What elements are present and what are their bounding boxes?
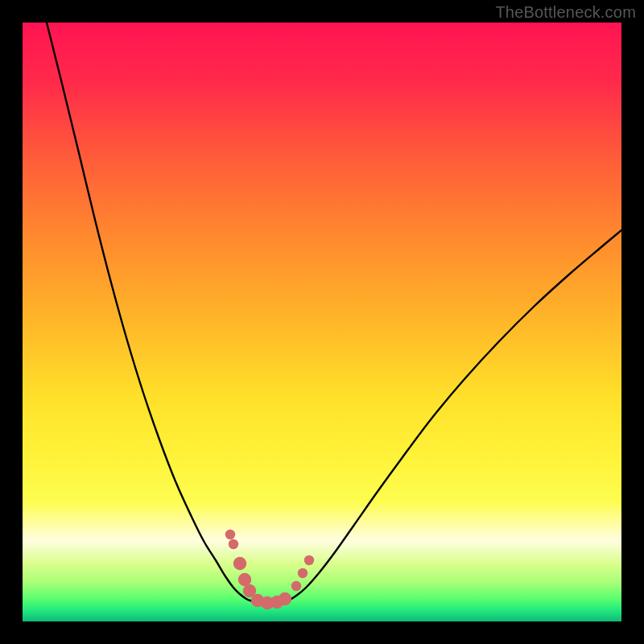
watermark-text: TheBottleneck.com — [495, 3, 636, 22]
curve-marker — [291, 581, 301, 591]
curve-marker — [225, 530, 235, 539]
plot-svg — [23, 23, 621, 621]
chart-frame: TheBottleneck.com — [0, 0, 644, 644]
curve-marker — [298, 568, 308, 578]
gradient-background — [23, 23, 621, 621]
curve-marker — [304, 555, 314, 565]
curve-marker — [233, 557, 246, 570]
plot-area — [23, 23, 621, 621]
curve-marker — [279, 592, 291, 605]
curve-marker — [238, 573, 251, 586]
curve-marker — [229, 539, 238, 549]
